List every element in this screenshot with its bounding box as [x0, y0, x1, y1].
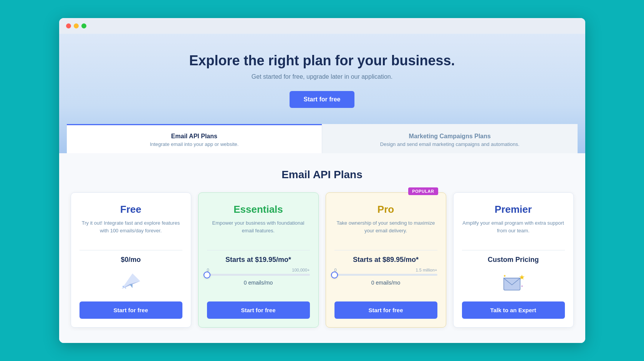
- dot-green[interactable]: [81, 23, 86, 28]
- tab-email-api-title: Email API Plans: [73, 133, 316, 140]
- svg-point-4: [125, 288, 126, 289]
- plan-name-premier: Premier: [495, 204, 532, 215]
- plans-grid: Free Try it out! Integrate fast and expl…: [71, 192, 574, 328]
- slider-labels-essentials: 0 100,000+: [207, 268, 310, 272]
- plan-desc-premier: Amplify your email program with extra su…: [462, 219, 565, 238]
- plan-desc-essentials: Empower your business with foundational …: [207, 219, 310, 238]
- plan-desc-pro: Take ownership of your sending to maximi…: [334, 219, 437, 238]
- plan-card-pro: POPULAR Pro Take ownership of your sendi…: [326, 192, 446, 328]
- plan-tabs: Email API Plans Integrate email into you…: [67, 124, 578, 153]
- plan-btn-pro[interactable]: Start for free: [334, 301, 437, 319]
- slider-labels-pro: 0 1.5 million+: [334, 268, 437, 272]
- divider-essentials: [207, 250, 310, 250]
- plan-price-essentials: Starts at $19.95/mo*: [225, 256, 291, 264]
- tab-marketing[interactable]: Marketing Campaigns Plans Design and sen…: [322, 124, 578, 153]
- svg-text:✦: ✦: [521, 285, 523, 288]
- tab-email-api-subtitle: Integrate email into your app or website…: [73, 141, 316, 147]
- svg-point-3: [123, 286, 124, 287]
- plan-price-premier: Custom Pricing: [488, 256, 539, 264]
- slider-max-essentials: 100,000+: [292, 268, 310, 272]
- envelope-icon: ★ ✦ ✦: [500, 269, 527, 296]
- plan-btn-premier[interactable]: Talk to an Expert: [462, 301, 565, 319]
- slider-track-essentials[interactable]: [207, 274, 310, 276]
- plans-section: Email API Plans Free Try it out! Integra…: [59, 153, 585, 343]
- plan-desc-free: Try it out! Integrate fast and explore f…: [79, 219, 182, 238]
- slider-track-pro[interactable]: [334, 274, 437, 276]
- plane-icon: [118, 270, 144, 296]
- divider-free: [79, 250, 182, 250]
- svg-text:★: ★: [518, 273, 525, 281]
- svg-text:✦: ✦: [503, 274, 506, 278]
- plan-btn-essentials[interactable]: Start for free: [207, 301, 310, 319]
- plan-card-free: Free Try it out! Integrate fast and expl…: [71, 192, 191, 328]
- dot-yellow[interactable]: [74, 23, 79, 28]
- plan-name-pro: Pro: [377, 204, 394, 215]
- svg-marker-2: [129, 284, 132, 288]
- emails-label-essentials: 0 emails/mo: [244, 280, 273, 286]
- plan-icon-free: [118, 269, 144, 296]
- plan-name-free: Free: [120, 204, 141, 215]
- slider-max-pro: 1.5 million+: [416, 268, 437, 272]
- plan-price-free: $0/mo: [121, 256, 141, 264]
- hero-subtitle: Get started for free, upgrade later in o…: [67, 73, 578, 80]
- emails-label-pro: 0 emails/mo: [371, 280, 400, 286]
- titlebar: [59, 18, 585, 34]
- popular-badge: POPULAR: [408, 187, 438, 195]
- plan-card-premier: Premier Amplify your email program with …: [453, 192, 574, 328]
- divider-pro: [334, 250, 437, 250]
- tab-email-api[interactable]: Email API Plans Integrate email into you…: [67, 124, 322, 153]
- svg-marker-0: [122, 273, 140, 289]
- slider-essentials: 0 100,000+: [207, 268, 310, 277]
- plan-card-essentials: Essentials Empower your business with fo…: [198, 192, 319, 328]
- slider-thumb-pro[interactable]: [331, 272, 338, 278]
- plan-btn-free[interactable]: Start for free: [79, 301, 182, 319]
- slider-pro: 0 1.5 million+: [334, 268, 437, 277]
- plan-price-pro: Starts at $89.95/mo*: [353, 256, 419, 264]
- plan-icon-premier: ★ ✦ ✦: [500, 269, 527, 296]
- hero-section: Explore the right plan for your business…: [59, 34, 585, 153]
- tab-marketing-title: Marketing Campaigns Plans: [328, 133, 571, 140]
- dot-red[interactable]: [66, 23, 71, 28]
- plan-name-essentials: Essentials: [233, 204, 283, 215]
- hero-cta-button[interactable]: Start for free: [290, 91, 354, 108]
- plans-heading: Email API Plans: [71, 169, 574, 181]
- slider-thumb-essentials[interactable]: [204, 272, 210, 278]
- app-window: Explore the right plan for your business…: [59, 18, 585, 343]
- tab-marketing-subtitle: Design and send email marketing campaign…: [328, 141, 571, 147]
- hero-title: Explore the right plan for your business…: [67, 52, 578, 69]
- divider-premier: [462, 250, 565, 250]
